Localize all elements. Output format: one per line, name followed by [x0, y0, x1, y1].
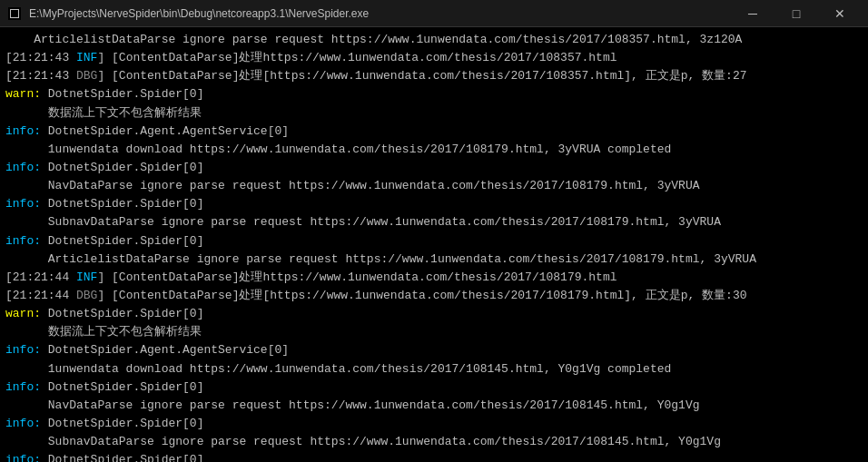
console-line: info: DotnetSpider.Spider[0]: [5, 159, 863, 177]
console-line: ArticlelistDataParse ignore parse reques…: [5, 251, 863, 269]
console-line: info: DotnetSpider.Spider[0]: [5, 195, 863, 213]
console-line: info: DotnetSpider.Spider[0]: [5, 451, 863, 462]
console-line: [21:21:43 INF] [ContentDataParse]处理https…: [5, 49, 863, 67]
console-line: [21:21:44 INF] [ContentDataParse]处理https…: [5, 269, 863, 287]
console-line: SubnavDataParse ignore parse request htt…: [5, 213, 863, 231]
console-line: info: DotnetSpider.Spider[0]: [5, 378, 863, 397]
console-line: warn: DotnetSpider.Spider[0]: [5, 305, 863, 323]
console-line: [21:21:43 DBG] [ContentDataParse]处理[http…: [5, 67, 863, 85]
console-line: 1unwendata download https://www.1unwenda…: [5, 141, 863, 159]
title-bar-text: E:\MyProjects\NerveSpider\bin\Debug\netc…: [29, 7, 732, 20]
console-line: info: DotnetSpider.Spider[0]: [5, 415, 863, 433]
console-line: 1unwendata download https://www.1unwenda…: [5, 360, 863, 378]
maximize-button[interactable]: □: [775, 0, 817, 27]
console-line: [21:21:44 DBG] [ContentDataParse]处理[http…: [5, 287, 863, 305]
minimize-button[interactable]: ─: [732, 0, 774, 27]
console-line: NavDataParse ignore parse request https:…: [5, 397, 863, 415]
console-line: 数据流上下文不包含解析结果: [5, 104, 863, 123]
console-area: ArticlelistDataParse ignore parse reques…: [0, 27, 868, 462]
close-button[interactable]: ✕: [819, 0, 861, 27]
console-line: info: DotnetSpider.Agent.AgentService[0]: [5, 123, 863, 141]
console-line: info: DotnetSpider.Agent.AgentService[0]: [5, 341, 863, 359]
console-line: ArticlelistDataParse ignore parse reques…: [5, 31, 863, 49]
title-bar-icon: [7, 6, 22, 21]
console-line: NavDataParse ignore parse request https:…: [5, 177, 863, 195]
title-bar-controls: ─ □ ✕: [732, 0, 861, 27]
console-line: 数据流上下文不包含解析结果: [5, 323, 863, 341]
console-line: SubnavDataParse ignore parse request htt…: [5, 433, 863, 451]
svg-rect-2: [11, 10, 18, 17]
console-line: info: DotnetSpider.Spider[0]: [5, 232, 863, 251]
console-line: warn: DotnetSpider.Spider[0]: [5, 85, 863, 103]
title-bar: E:\MyProjects\NerveSpider\bin\Debug\netc…: [0, 0, 868, 27]
